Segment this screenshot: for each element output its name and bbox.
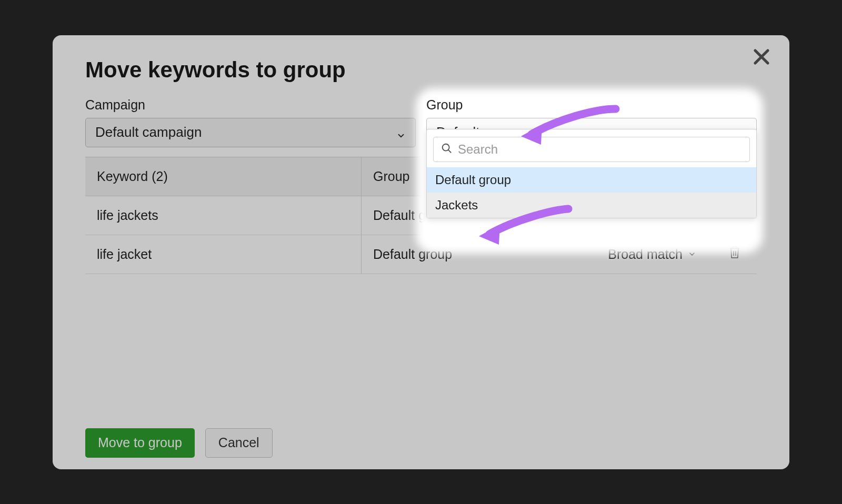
close-button[interactable] (749, 46, 774, 70)
chevron-down-icon (688, 250, 696, 258)
group-field: Group Default group Default group Jacket… (426, 97, 757, 147)
group-option-default[interactable]: Default group (427, 167, 756, 193)
delete-button[interactable] (728, 245, 741, 263)
search-icon (441, 143, 453, 156)
group-cell: Default group (362, 247, 569, 262)
table-row: life jacket Default group Broad match (85, 235, 757, 274)
cancel-button[interactable]: Cancel (205, 428, 273, 458)
campaign-label: Campaign (85, 97, 416, 113)
close-icon (752, 47, 771, 68)
move-keywords-dialog: Move keywords to group Campaign Default … (53, 35, 789, 469)
campaign-selected-value: Default campaign (95, 124, 202, 140)
match-type-select[interactable]: Broad match (569, 247, 712, 262)
campaign-field: Campaign Default campaign (85, 97, 416, 147)
dialog-footer: Move to group Cancel (85, 428, 273, 458)
group-search[interactable] (433, 137, 750, 162)
chevron-down-icon (396, 128, 406, 137)
keyword-column-header: Keyword (2) (85, 157, 362, 196)
group-dropdown: Default group Jackets (426, 129, 757, 218)
group-label: Group (426, 97, 757, 113)
keyword-cell: life jackets (85, 196, 362, 235)
keyword-cell: life jacket (85, 235, 362, 274)
dialog-title: Move keywords to group (85, 57, 757, 83)
trash-icon (728, 248, 741, 263)
group-search-input[interactable] (458, 142, 742, 157)
campaign-select[interactable]: Default campaign (85, 118, 416, 147)
move-to-group-button[interactable]: Move to group (85, 428, 195, 458)
group-option-jackets[interactable]: Jackets (427, 193, 756, 218)
